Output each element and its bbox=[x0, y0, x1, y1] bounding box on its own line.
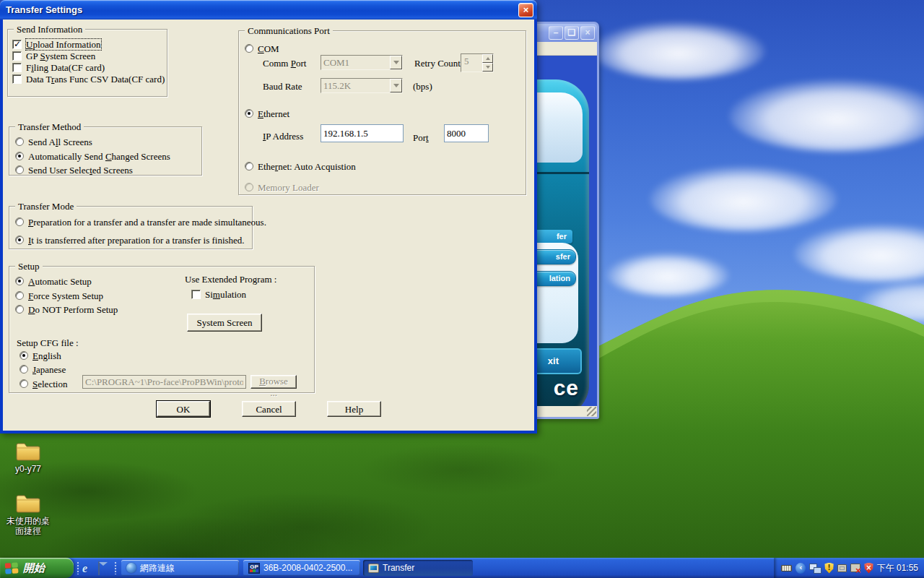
network-status-icon[interactable] bbox=[809, 564, 821, 573]
radio-japanese[interactable]: Japanese bbox=[19, 363, 66, 375]
checkbox[interactable]: ✓ bbox=[12, 74, 22, 84]
radio-button[interactable] bbox=[15, 305, 24, 314]
display-settings-icon[interactable] bbox=[837, 564, 847, 572]
radio-send-all-screens[interactable]: Send All Screens bbox=[15, 136, 92, 147]
spin-up-button bbox=[482, 54, 493, 63]
radio-english[interactable]: English bbox=[19, 350, 61, 361]
radio-button[interactable] bbox=[15, 291, 24, 300]
gp-app-icon: GP bbox=[248, 563, 260, 574]
checkbox-upload-information[interactable]: ✓ Upload Information bbox=[12, 38, 101, 50]
keyboard-icon[interactable] bbox=[781, 565, 792, 571]
windows-update-shield-icon[interactable]: ! bbox=[824, 563, 833, 574]
radio-label: Preparation for a transfer and a transfe… bbox=[28, 217, 266, 228]
gp-badge: GP bbox=[249, 564, 259, 570]
radio-com[interactable]: COM bbox=[245, 43, 279, 54]
desktop-icon-y0-y77[interactable]: y0-y77 bbox=[3, 439, 53, 474]
cancel-button[interactable]: Cancel bbox=[242, 401, 296, 417]
taskbar-task-network-connections[interactable]: 網路連線 bbox=[121, 560, 239, 576]
ip-address-input[interactable] bbox=[321, 124, 404, 142]
radio-button[interactable] bbox=[245, 162, 253, 171]
close-icon: × bbox=[523, 4, 529, 15]
chevron-down-icon bbox=[393, 84, 399, 87]
radio-button[interactable] bbox=[245, 44, 253, 53]
ie-icon[interactable]: e bbox=[82, 562, 94, 574]
bps-label: (bps) bbox=[413, 81, 432, 92]
checkbox-label: Data Trans Func CSV Data(CF card) bbox=[26, 74, 165, 85]
checkbox[interactable]: ✓ bbox=[12, 51, 22, 61]
dialog-title: Transfer Settings bbox=[0, 4, 82, 15]
radio-button[interactable] bbox=[19, 365, 28, 374]
radio-ethernet[interactable]: Ethernet bbox=[245, 108, 289, 119]
radio-label: Japanese bbox=[32, 364, 66, 375]
radio-button[interactable] bbox=[15, 165, 24, 174]
radio-preparation-simultaneous[interactable]: Preparation for a transfer and a transfe… bbox=[15, 216, 266, 228]
checkbox[interactable]: ✓ bbox=[12, 63, 22, 72]
radio-automatic-setup[interactable]: Automatic Setup bbox=[15, 275, 92, 287]
radio-force-system-setup[interactable]: Force System Setup bbox=[15, 290, 103, 301]
radio-label: Force System Setup bbox=[28, 290, 103, 301]
taskbar-task-transfer[interactable]: Transfer bbox=[363, 560, 473, 576]
maximize-button[interactable]: ❏ bbox=[565, 26, 579, 40]
checkbox[interactable]: ✓ bbox=[191, 290, 201, 299]
start-button[interactable]: 開始 bbox=[0, 558, 74, 578]
dialog-titlebar[interactable]: Transfer Settings × bbox=[0, 0, 537, 20]
checkbox-label: Filing Data(CF card) bbox=[26, 62, 105, 73]
network-disconnected-icon[interactable] bbox=[850, 564, 860, 572]
desktop-icon-unused-shortcuts[interactable]: 未使用的桌面捷徑 bbox=[3, 491, 53, 536]
radio-transfer-after-preparation[interactable]: It is transferred after preparation for … bbox=[15, 234, 245, 246]
baud-rate-label: Baud Rate bbox=[263, 81, 302, 92]
radio-button[interactable] bbox=[15, 137, 24, 146]
comm-port-value: COM1 bbox=[321, 57, 390, 69]
port-input[interactable] bbox=[444, 124, 489, 142]
checkbox[interactable]: ✓ bbox=[12, 40, 22, 49]
windows-flag-icon bbox=[5, 562, 19, 574]
taskbar-task-gp-project[interactable]: GP 36B-2008-0402-2500... bbox=[243, 560, 360, 576]
taskbar-separator[interactable] bbox=[114, 561, 117, 574]
checkbox-filing-data[interactable]: ✓ Filing Data(CF card) bbox=[12, 61, 105, 73]
transfer-settings-dialog: Transfer Settings × Send Information ✓ U… bbox=[0, 0, 537, 434]
communications-port-group: Communications Port COM Comm Port COM1 R… bbox=[238, 30, 526, 195]
port-label: Port bbox=[413, 132, 429, 143]
group-legend: Send Information bbox=[14, 24, 85, 35]
system-screen-button[interactable]: System Screen bbox=[187, 314, 262, 332]
close-button[interactable]: × bbox=[580, 26, 595, 40]
group-legend: Setup bbox=[15, 261, 43, 272]
desktop-icon-label: 未使用的桌面捷徑 bbox=[3, 516, 53, 536]
task-label: 36B-2008-0402-2500... bbox=[263, 563, 352, 573]
radio-do-not-perform-setup[interactable]: Do NOT Perform Setup bbox=[15, 303, 118, 315]
radio-button[interactable] bbox=[15, 277, 24, 285]
radio-ethernet-auto[interactable]: Ethernet: Auto Acquistion bbox=[245, 160, 356, 172]
dialog-client-area: Send Information ✓ Upload Information ✓ … bbox=[3, 20, 534, 431]
radio-button[interactable] bbox=[19, 379, 28, 388]
radio-button[interactable] bbox=[15, 152, 24, 160]
radio-button[interactable] bbox=[245, 109, 253, 118]
resize-grip[interactable] bbox=[587, 407, 596, 416]
help-button[interactable]: Help bbox=[327, 401, 381, 417]
checkbox-data-trans-csv[interactable]: ✓ Data Trans Func CSV Data(CF card) bbox=[12, 73, 165, 85]
ok-button[interactable]: OK bbox=[157, 401, 210, 417]
radio-label: Memory Loader bbox=[258, 182, 319, 193]
checkbox-simulation[interactable]: ✓ Simulation bbox=[191, 288, 246, 300]
radio-button[interactable] bbox=[15, 217, 24, 226]
baud-rate-combobox: 115.2K bbox=[321, 78, 403, 93]
radio-auto-send-changed[interactable]: Automatically Send Changed Screens bbox=[15, 150, 170, 162]
radio-selection[interactable]: Selection bbox=[19, 378, 67, 389]
outlook-express-icon[interactable] bbox=[98, 562, 110, 574]
show-hidden-icons-button[interactable]: ‹ bbox=[796, 563, 806, 574]
close-button[interactable]: × bbox=[518, 3, 533, 17]
folder-icon bbox=[14, 491, 42, 514]
radio-send-user-selected[interactable]: Send User Selected Screens bbox=[15, 164, 133, 176]
browse-button: Browse ... bbox=[250, 375, 297, 389]
taskbar-separator[interactable] bbox=[77, 561, 79, 574]
group-legend: Transfer Mode bbox=[15, 201, 77, 212]
checkbox-gp-system-screen[interactable]: ✓ GP System Screen bbox=[12, 50, 95, 61]
minimize-button[interactable]: – bbox=[549, 26, 563, 40]
radio-button bbox=[245, 183, 253, 191]
radio-memory-loader: Memory Loader bbox=[245, 181, 319, 193]
security-alert-shield-icon[interactable]: × bbox=[864, 563, 873, 574]
retry-count-label: Retry Count bbox=[414, 58, 461, 69]
radio-button[interactable] bbox=[15, 236, 24, 244]
chevron-down-icon bbox=[393, 61, 399, 64]
radio-button[interactable] bbox=[19, 351, 28, 360]
taskbar-clock[interactable]: 下午 01:55 bbox=[877, 562, 918, 574]
